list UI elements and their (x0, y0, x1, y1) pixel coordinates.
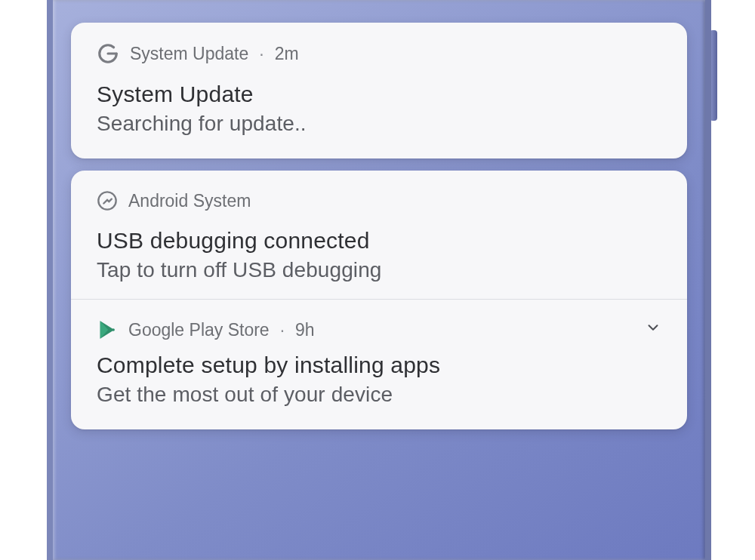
svg-point-1 (112, 328, 115, 331)
notification-card-play-store[interactable]: Google Play Store · 9h Complete setup by… (97, 316, 661, 407)
stage: System Update · 2m System Update Searchi… (0, 0, 755, 560)
notification-time: 2m (275, 44, 299, 64)
notification-card-group: Android System USB debugging connected T… (71, 171, 687, 429)
notification-card-system-update[interactable]: System Update · 2m System Update Searchi… (71, 23, 687, 158)
notification-body: Get the most out of your device (97, 383, 661, 407)
notification-header: Android System (97, 190, 661, 211)
separator-dot: · (259, 44, 263, 64)
chevron-down-icon[interactable] (645, 319, 661, 340)
android-system-icon (97, 190, 118, 211)
notification-body: Searching for update.. (97, 112, 661, 136)
notification-app-name: Google Play Store (128, 320, 270, 340)
notification-header: System Update · 2m (97, 42, 661, 65)
notification-app-name: System Update (130, 44, 248, 64)
notification-title: USB debugging connected (97, 228, 661, 254)
notification-body: Tap to turn off USB debugging (97, 258, 661, 282)
notification-header: Google Play Store · 9h (97, 319, 661, 340)
notification-stack: System Update · 2m System Update Searchi… (71, 23, 687, 429)
play-store-icon (97, 319, 118, 340)
notification-divider (71, 299, 687, 300)
notification-app-name: Android System (128, 191, 251, 211)
notification-time: 9h (295, 320, 315, 340)
notification-card-android-system[interactable]: Android System USB debugging connected T… (97, 190, 661, 282)
notification-title: Complete setup by installing apps (97, 352, 661, 378)
separator-dot: · (280, 320, 285, 340)
phone-frame: System Update · 2m System Update Searchi… (47, 0, 711, 560)
google-g-icon (97, 42, 119, 65)
notification-title: System Update (97, 82, 661, 107)
